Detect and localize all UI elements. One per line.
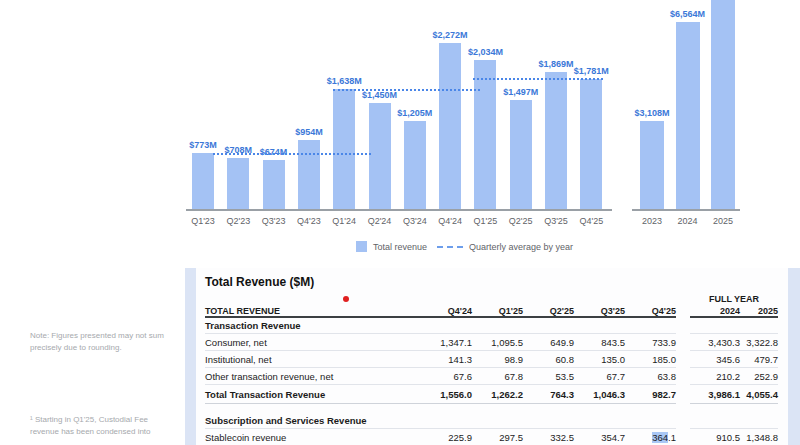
value-cell: 252.9 <box>740 368 778 385</box>
row-label: Other transaction revenue, net <box>205 368 421 385</box>
custodial-fee-footnote: ¹ Starting in Q1'25, Custodial Fee reven… <box>30 414 178 438</box>
bar-label-q1-25: $2,034M <box>468 47 503 57</box>
table-row-consumer-net: Consumer, net1,347.11,095.5649.9843.5733… <box>205 334 778 351</box>
value-cell: 1,046.3 <box>574 385 625 404</box>
value-cell: 1,262.2 <box>472 385 523 404</box>
table-header-row: TOTAL REVENUEQ4'24Q1'25Q2'25Q3'25Q4'2520… <box>205 304 778 318</box>
value-cell: 1,347.1 <box>421 334 472 351</box>
bar-label-q2-24: $1,450M <box>362 90 397 100</box>
value-cell <box>421 413 472 429</box>
column-header-total-revenue: TOTAL REVENUE <box>205 304 421 318</box>
tick-2025: 2025 <box>713 216 733 226</box>
tick-q1-23: Q1'23 <box>191 216 215 226</box>
yearly-axis <box>632 209 740 211</box>
bar-label-q2-25: $1,497M <box>503 87 538 97</box>
value-cell: 141.3 <box>421 351 472 368</box>
column-header-2024: 2024 <box>690 304 740 318</box>
bar-label-q4-25: $1,781M <box>574 66 609 76</box>
selected-text: 364 <box>652 432 668 443</box>
value-cell: 764.3 <box>523 385 574 404</box>
value-cell <box>625 413 676 429</box>
bar-q4-24 <box>439 43 461 210</box>
chart-legend: Total revenue Quarterly average by year <box>356 241 573 252</box>
bar-q4-23 <box>298 140 320 210</box>
value-cell: 4,055.4 <box>740 385 778 404</box>
value-cell: 649.9 <box>523 334 574 351</box>
quarterly-axis <box>186 209 612 211</box>
bar-label-q3-24: $1,205M <box>397 108 432 118</box>
value-cell: 354.7 <box>574 429 625 445</box>
table-row-subscription-and-services-revenue: Subscription and Services Revenue <box>205 413 778 429</box>
value-cell: 3,322.8 <box>740 334 778 351</box>
bar-q3-23 <box>263 160 285 210</box>
value-cell: 982.7 <box>625 385 676 404</box>
spacer-cell <box>676 413 690 429</box>
value-cell: 1,095.5 <box>472 334 523 351</box>
value-cell: 63.8 <box>625 368 676 385</box>
legend-label: Total revenue <box>373 242 427 252</box>
tick-q3-24: Q3'24 <box>403 216 427 226</box>
spacer-cell <box>676 429 690 445</box>
column-header-q2-25: Q2'25 <box>523 304 574 318</box>
value-cell: 98.9 <box>472 351 523 368</box>
row-label: Transaction Revenue <box>205 318 421 334</box>
bar-q3-25 <box>545 72 567 210</box>
value-cell <box>421 318 472 334</box>
tick-2023: 2023 <box>642 216 662 226</box>
row-label: Stablecoin revenue <box>205 429 421 445</box>
value-cell: 332.5 <box>523 429 574 445</box>
spacer-cell <box>676 368 690 385</box>
bar-label-2023: $3,108M <box>634 108 669 118</box>
tick-q4-24: Q4'24 <box>438 216 462 226</box>
value-cell: 67.7 <box>574 368 625 385</box>
bar-2023 <box>640 121 664 210</box>
bar-label-q1-24: $1,638M <box>327 76 362 86</box>
value-cell: 3,986.1 <box>690 385 740 404</box>
value-cell: 185.0 <box>625 351 676 368</box>
full-year-group-header: FULL YEAR <box>690 294 778 304</box>
bar-q1-25 <box>474 60 496 210</box>
row-label: Consumer, net <box>205 334 421 351</box>
column-header-2025: 2025 <box>740 304 778 318</box>
bar-label-q3-25: $1,869M <box>538 59 573 69</box>
total-revenue-swatch-icon <box>356 241 367 252</box>
bar-q4-25 <box>580 79 602 210</box>
value-cell <box>472 413 523 429</box>
value-cell: 843.5 <box>574 334 625 351</box>
bar-q2-25 <box>510 100 532 210</box>
column-header-q3-25: Q3'25 <box>574 304 625 318</box>
value-cell: 60.8 <box>523 351 574 368</box>
value-cell: 910.5 <box>690 429 740 445</box>
bar-2025 <box>711 0 735 210</box>
column-header-q1-25: Q1'25 <box>472 304 523 318</box>
table-title: Total Revenue ($M) <box>205 275 314 289</box>
value-cell <box>690 318 740 334</box>
value-cell: 345.6 <box>690 351 740 368</box>
avg-line-2023 <box>213 153 371 155</box>
legend-label: Quarterly average by year <box>469 242 573 252</box>
tick-q2-23: Q2'23 <box>226 216 250 226</box>
table-card: Total Revenue ($M) FULL YEARTOTAL REVENU… <box>196 268 788 445</box>
tick-q3-25: Q3'25 <box>544 216 568 226</box>
rounding-note: Note: Figures presented may not sum prec… <box>30 330 178 354</box>
value-cell <box>472 318 523 334</box>
avg-line-2025 <box>473 78 603 80</box>
total-revenue-table: FULL YEARTOTAL REVENUEQ4'24Q1'25Q2'25Q3'… <box>205 293 778 445</box>
bar-label-q3-23: $674M <box>260 147 288 157</box>
value-cell: 53.5 <box>523 368 574 385</box>
table-group-header-row: FULL YEAR <box>205 293 778 304</box>
value-cell: 1,556.0 <box>421 385 472 404</box>
value-cell: 67.8 <box>472 368 523 385</box>
table-row-total-transaction-revenue: Total Transaction Revenue1,556.01,262.27… <box>205 385 778 404</box>
value-cell: 3,430.3 <box>690 334 740 351</box>
value-cell: 297.5 <box>472 429 523 445</box>
table-row-stablecoin-revenue: Stablecoin revenue225.9297.5332.5354.736… <box>205 429 778 445</box>
revenue-bar-chart: $773MQ1'23$708MQ2'23$674MQ3'23$954MQ4'23… <box>0 0 800 265</box>
table-row-transaction-revenue: Transaction Revenue <box>205 318 778 334</box>
avg-line-2024 <box>333 89 480 91</box>
bar-2024 <box>676 22 700 210</box>
tick-q4-23: Q4'23 <box>297 216 321 226</box>
table-panel: Total Revenue ($M) FULL YEARTOTAL REVENU… <box>185 268 800 445</box>
spacer-cell <box>676 385 690 404</box>
value-cell <box>625 318 676 334</box>
